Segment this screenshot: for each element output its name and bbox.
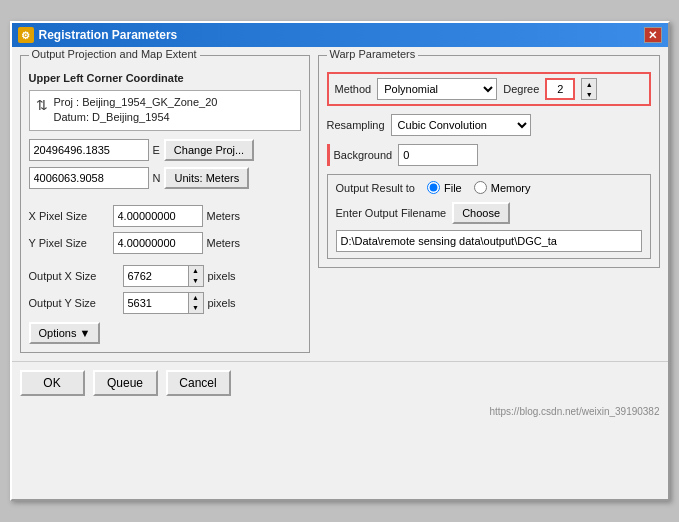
degree-spinner: ▲ ▼ [581, 78, 597, 100]
options-arrow-icon: ▼ [79, 327, 90, 339]
degree-label: Degree [503, 83, 539, 95]
warp-group: Warp Parameters Method Polynomial Degree… [318, 55, 660, 268]
x-pixel-unit: Meters [207, 210, 241, 222]
right-panel: Warp Parameters Method Polynomial Degree… [318, 55, 660, 353]
output-y-increment[interactable]: ▲ [189, 293, 203, 303]
file-option-text: File [444, 182, 462, 194]
filename-row: Enter Output Filename Choose [336, 202, 642, 224]
output-y-spinner: ▲ ▼ [123, 292, 204, 314]
x-pixel-label: X Pixel Size [29, 210, 109, 222]
queue-button[interactable]: Queue [93, 370, 158, 396]
output-y-decrement[interactable]: ▼ [189, 303, 203, 313]
units-button[interactable]: Units: Meters [164, 167, 249, 189]
output-x-spinner: ▲ ▼ [123, 265, 204, 287]
output-x-input[interactable] [123, 265, 188, 287]
left-panel: Output Projection and Map Extent Upper L… [20, 55, 310, 353]
degree-input[interactable] [545, 78, 575, 100]
options-row: Options ▼ [29, 322, 301, 344]
file-radio-label[interactable]: File [427, 181, 462, 194]
e-coordinate-input[interactable] [29, 139, 149, 161]
output-y-spinner-buttons: ▲ ▼ [188, 292, 204, 314]
output-y-input[interactable] [123, 292, 188, 314]
proj-text: Proj : Beijing_1954_GK_Zone_20 Datum: D_… [54, 95, 218, 126]
n-coordinate-row: N Units: Meters [29, 167, 301, 189]
resampling-label: Resampling [327, 119, 385, 131]
method-label: Method [335, 83, 372, 95]
degree-increment[interactable]: ▲ [582, 79, 596, 89]
proj-arrows-icon: ⇅ [36, 97, 48, 113]
output-x-increment[interactable]: ▲ [189, 266, 203, 276]
background-input[interactable] [398, 144, 478, 166]
y-pixel-unit: Meters [207, 237, 241, 249]
proj-line2: Datum: D_Beijing_1954 [54, 110, 218, 125]
output-x-decrement[interactable]: ▼ [189, 276, 203, 286]
resampling-row: Resampling Cubic Convolution [327, 114, 651, 136]
n-label: N [153, 172, 161, 184]
upper-left-label: Upper Left Corner Coordinate [29, 72, 301, 84]
e-coordinate-row: E Change Proj... [29, 139, 301, 161]
method-row: Method Polynomial Degree ▲ ▼ [327, 72, 651, 106]
enter-filename-label: Enter Output Filename [336, 207, 447, 219]
proj-line1: Proj : Beijing_1954_GK_Zone_20 [54, 95, 218, 110]
x-pixel-input[interactable] [113, 205, 203, 227]
ok-button[interactable]: OK [20, 370, 85, 396]
y-pixel-input[interactable] [113, 232, 203, 254]
background-label: Background [334, 149, 393, 161]
file-radio[interactable] [427, 181, 440, 194]
choose-button[interactable]: Choose [452, 202, 510, 224]
output-x-row: Output X Size ▲ ▼ pixels [29, 265, 301, 287]
cancel-button[interactable]: Cancel [166, 370, 231, 396]
output-y-row: Output Y Size ▲ ▼ pixels [29, 292, 301, 314]
output-y-label: Output Y Size [29, 297, 119, 309]
title-bar: ⚙ Registration Parameters ✕ [12, 23, 668, 47]
background-row: Background [327, 144, 651, 166]
degree-decrement[interactable]: ▼ [582, 89, 596, 99]
window-body: Output Projection and Map Extent Upper L… [12, 47, 668, 361]
warp-group-title: Warp Parameters [327, 48, 419, 60]
window-title: Registration Parameters [39, 28, 178, 42]
close-button[interactable]: ✕ [644, 27, 662, 43]
change-proj-button[interactable]: Change Proj... [164, 139, 254, 161]
output-x-label: Output X Size [29, 270, 119, 282]
y-pixel-row: Y Pixel Size Meters [29, 232, 301, 254]
method-select[interactable]: Polynomial [377, 78, 497, 100]
watermark: https://blog.csdn.net/weixin_39190382 [12, 404, 668, 421]
projection-info-box: ⇅ Proj : Beijing_1954_GK_Zone_20 Datum: … [29, 90, 301, 131]
memory-radio[interactable] [474, 181, 487, 194]
registration-parameters-window: ⚙ Registration Parameters ✕ Output Proje… [10, 21, 670, 501]
resampling-select[interactable]: Cubic Convolution [391, 114, 531, 136]
output-y-unit: pixels [208, 297, 236, 309]
options-button[interactable]: Options ▼ [29, 322, 101, 344]
output-radio-row: Output Result to File Memory [336, 181, 642, 194]
output-group: Output Result to File Memory Enter Outpu… [327, 174, 651, 259]
y-pixel-label: Y Pixel Size [29, 237, 109, 249]
output-result-label: Output Result to [336, 182, 416, 194]
window-icon: ⚙ [18, 27, 34, 43]
options-label: Options [39, 327, 77, 339]
n-coordinate-input[interactable] [29, 167, 149, 189]
projection-group: Output Projection and Map Extent Upper L… [20, 55, 310, 353]
x-pixel-row: X Pixel Size Meters [29, 205, 301, 227]
output-x-spinner-buttons: ▲ ▼ [188, 265, 204, 287]
output-x-unit: pixels [208, 270, 236, 282]
projection-group-title: Output Projection and Map Extent [29, 48, 200, 60]
footer-buttons: OK Queue Cancel [12, 361, 668, 404]
memory-option-text: Memory [491, 182, 531, 194]
title-bar-left: ⚙ Registration Parameters [18, 27, 178, 43]
filename-path-input[interactable] [336, 230, 642, 252]
e-label: E [153, 144, 160, 156]
memory-radio-label[interactable]: Memory [474, 181, 531, 194]
